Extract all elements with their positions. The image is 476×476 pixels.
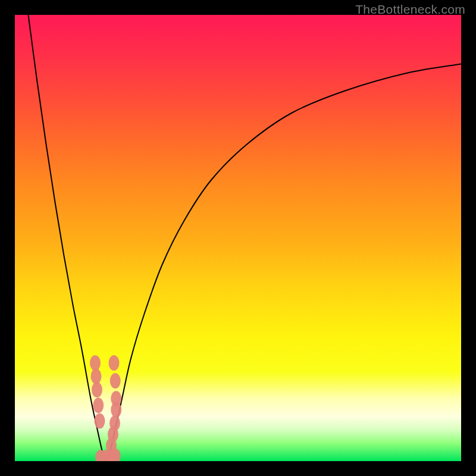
marker-point bbox=[92, 382, 102, 397]
marker-point bbox=[109, 355, 120, 371]
chart-frame: TheBottleneck.com bbox=[0, 0, 476, 476]
series-right-branch bbox=[107, 64, 461, 462]
plot-area bbox=[15, 15, 461, 461]
marker-point bbox=[93, 397, 104, 413]
marker-point bbox=[111, 402, 121, 418]
watermark-text: TheBottleneck.com bbox=[355, 2, 465, 17]
marker-point bbox=[95, 414, 105, 429]
marker-point bbox=[91, 369, 102, 384]
curve-layer bbox=[15, 15, 461, 461]
marker-point bbox=[110, 373, 121, 389]
marker-point bbox=[90, 355, 101, 371]
marker-points bbox=[90, 355, 121, 461]
